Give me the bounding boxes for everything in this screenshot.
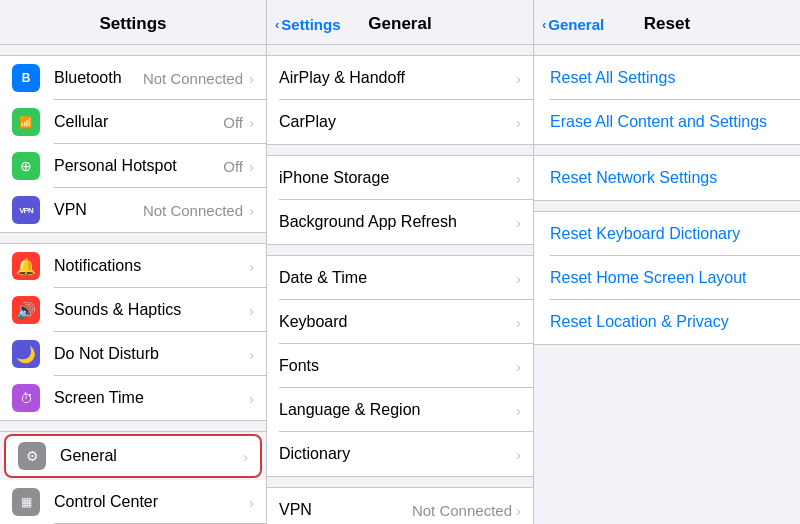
chevron-right-icon: › [516, 402, 521, 419]
screen-time-icon: ⏱ [12, 384, 40, 412]
vpn-icon: VPN [12, 196, 40, 224]
reset-column: ‹ General Reset Reset All Settings Erase… [534, 0, 800, 524]
date-time-row[interactable]: Date & Time › [267, 256, 533, 300]
settings-column: Settings B Bluetooth Not Connected › 📶 C… [0, 0, 267, 524]
iphone-storage-row[interactable]: iPhone Storage › [267, 156, 533, 200]
reset-all-settings-row[interactable]: Reset All Settings [534, 56, 800, 100]
bluetooth-row[interactable]: B Bluetooth Not Connected › [0, 56, 266, 100]
reset-scroll[interactable]: Reset All Settings Erase All Content and… [534, 45, 800, 524]
keyboard-row[interactable]: Keyboard › [267, 300, 533, 344]
general-column: ‹ Settings General AirPlay & Handoff › C… [267, 0, 534, 524]
cellular-row[interactable]: 📶 Cellular Off › [0, 100, 266, 144]
reset-header: ‹ General Reset [534, 0, 800, 45]
notifications-group: 🔔 Notifications › 🔊 Sounds & Haptics › 🌙… [0, 243, 266, 421]
reset-options-group: Reset All Settings Erase All Content and… [534, 55, 800, 145]
chevron-left-icon: ‹ [275, 17, 279, 32]
airplay-handoff-row[interactable]: AirPlay & Handoff › [267, 56, 533, 100]
chevron-right-icon: › [516, 270, 521, 287]
fonts-row[interactable]: Fonts › [267, 344, 533, 388]
language-region-row[interactable]: Language & Region › [267, 388, 533, 432]
vpn-row[interactable]: VPN VPN Not Connected › [0, 188, 266, 232]
control-center-row[interactable]: ▦ Control Center › [0, 480, 266, 524]
reset-location-privacy-row[interactable]: Reset Location & Privacy [534, 300, 800, 344]
reset-home-screen-row[interactable]: Reset Home Screen Layout [534, 256, 800, 300]
erase-all-row[interactable]: Erase All Content and Settings [534, 100, 800, 144]
general-back-button[interactable]: ‹ General [542, 16, 604, 33]
reset-misc-group: Reset Keyboard Dictionary Reset Home Scr… [534, 211, 800, 345]
chevron-right-icon: › [249, 158, 254, 175]
settings-scroll[interactable]: B Bluetooth Not Connected › 📶 Cellular O… [0, 45, 266, 524]
chevron-right-icon: › [516, 214, 521, 231]
general-row[interactable]: ⚙ General › [4, 434, 262, 478]
chevron-right-icon: › [516, 170, 521, 187]
reset-network-group: Reset Network Settings [534, 155, 800, 201]
chevron-right-icon: › [516, 446, 521, 463]
do-not-disturb-icon: 🌙 [12, 340, 40, 368]
chevron-right-icon: › [249, 302, 254, 319]
vpn-group: VPN Not Connected › [267, 487, 533, 524]
bluetooth-icon: B [12, 64, 40, 92]
do-not-disturb-row[interactable]: 🌙 Do Not Disturb › [0, 332, 266, 376]
general-icon: ⚙ [18, 442, 46, 470]
chevron-right-icon: › [516, 314, 521, 331]
vpn-row[interactable]: VPN Not Connected › [267, 488, 533, 524]
chevron-right-icon: › [249, 70, 254, 87]
storage-group: iPhone Storage › Background App Refresh … [267, 155, 533, 245]
general-scroll[interactable]: AirPlay & Handoff › CarPlay › iPhone Sto… [267, 45, 533, 524]
carplay-row[interactable]: CarPlay › [267, 100, 533, 144]
reset-network-row[interactable]: Reset Network Settings [534, 156, 800, 200]
background-app-refresh-row[interactable]: Background App Refresh › [267, 200, 533, 244]
control-center-icon: ▦ [12, 488, 40, 516]
airplay-group: AirPlay & Handoff › CarPlay › [267, 55, 533, 145]
chevron-right-icon: › [516, 502, 521, 519]
date-group: Date & Time › Keyboard › Fonts › Languag… [267, 255, 533, 477]
cellular-icon: 📶 [12, 108, 40, 136]
settings-back-button[interactable]: ‹ Settings [275, 16, 341, 33]
connectivity-group: B Bluetooth Not Connected › 📶 Cellular O… [0, 55, 266, 233]
chevron-right-icon: › [249, 114, 254, 131]
notifications-icon: 🔔 [12, 252, 40, 280]
chevron-right-icon: › [516, 70, 521, 87]
settings-title: Settings [0, 0, 266, 45]
chevron-right-icon: › [516, 114, 521, 131]
general-group: ⚙ General › ▦ Control Center › ☀ Display… [0, 431, 266, 524]
chevron-right-icon: › [249, 390, 254, 407]
dictionary-row[interactable]: Dictionary › [267, 432, 533, 476]
reset-keyboard-row[interactable]: Reset Keyboard Dictionary [534, 212, 800, 256]
personal-hotspot-row[interactable]: ⊕ Personal Hotspot Off › [0, 144, 266, 188]
chevron-right-icon: › [249, 258, 254, 275]
chevron-right-icon: › [249, 346, 254, 363]
chevron-right-icon: › [249, 494, 254, 511]
personal-hotspot-icon: ⊕ [12, 152, 40, 180]
screen-time-row[interactable]: ⏱ Screen Time › [0, 376, 266, 420]
general-header: ‹ Settings General [267, 0, 533, 45]
chevron-right-icon: › [243, 448, 248, 465]
chevron-right-icon: › [516, 358, 521, 375]
notifications-row[interactable]: 🔔 Notifications › [0, 244, 266, 288]
chevron-right-icon: › [249, 202, 254, 219]
sounds-haptics-icon: 🔊 [12, 296, 40, 324]
chevron-left-icon: ‹ [542, 17, 546, 32]
sounds-haptics-row[interactable]: 🔊 Sounds & Haptics › [0, 288, 266, 332]
